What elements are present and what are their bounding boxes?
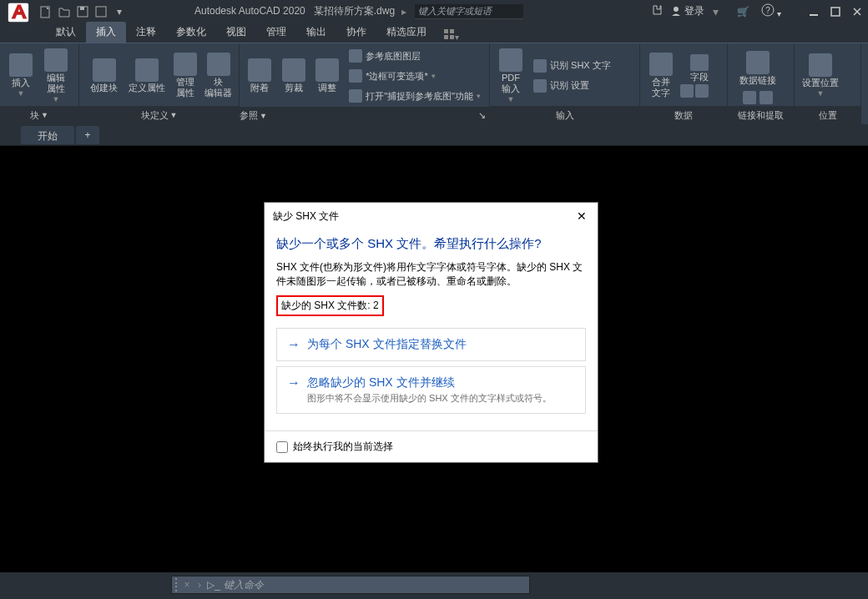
shx-missing-dialog: 缺少 SHX 文件 ✕ 缺少一个或多个 SHX 文件。希望执行什么操作? SHX… — [264, 202, 598, 463]
cmdline-history-icon[interactable]: › — [194, 579, 205, 591]
arrow-icon: → — [287, 375, 300, 405]
ole-button[interactable] — [695, 84, 709, 98]
cmdline-prompt-icon: ▷_ — [205, 579, 222, 591]
clip-button[interactable]: 剪裁 — [278, 48, 308, 104]
maximize-button[interactable] — [828, 4, 843, 19]
doc-tabs: 开始 + — [0, 124, 868, 145]
svg-rect-10 — [444, 29, 448, 33]
extract-icon[interactable] — [743, 91, 756, 104]
edit-attributes-button[interactable]: 编辑 属性▼ — [40, 48, 72, 104]
qat-saveas-icon[interactable] — [93, 3, 109, 20]
tab-manage[interactable]: 管理 — [256, 22, 296, 43]
snap-underlay-button[interactable]: 打开"捕捉到参考底图"功能 ▾ — [346, 87, 484, 105]
cmdline-close-icon[interactable]: × — [180, 579, 194, 591]
help-icon[interactable]: ? ▾ — [761, 3, 781, 19]
pdf-import-button[interactable]: PDF 输入▼ — [495, 48, 527, 104]
insert-block-button[interactable]: 插入▼ — [5, 48, 37, 104]
doctab-start[interactable]: 开始 — [21, 126, 74, 144]
adjust-button[interactable]: 调整 — [312, 48, 342, 104]
svg-text:?: ? — [765, 6, 770, 15]
status-bar: × › ▷_ — [0, 572, 868, 599]
qat-save-icon[interactable] — [74, 3, 91, 20]
panel-block[interactable]: 块 ▼ — [0, 106, 78, 124]
login-dropdown[interactable]: ▾ — [713, 5, 719, 18]
option-specify-replacement[interactable]: → 为每个 SHX 文件指定替换文件 — [276, 328, 586, 361]
qat-open-icon[interactable] — [56, 3, 73, 20]
app-logo[interactable] — [3, 0, 33, 23]
tab-insert[interactable]: 插入 — [86, 22, 126, 43]
minimize-button[interactable] — [806, 4, 821, 19]
close-button[interactable] — [850, 4, 865, 19]
drag-handle-icon[interactable] — [172, 576, 180, 593]
arrow-icon: → — [287, 337, 300, 352]
field-button[interactable]: 字段 — [680, 54, 719, 83]
update-field-button[interactable] — [680, 84, 694, 98]
doctab-new[interactable]: + — [76, 126, 99, 144]
ribbon-tabs: 默认 插入 注释 参数化 视图 管理 输出 协作 精选应用 ▾ — [0, 23, 868, 43]
data-link-button[interactable]: 数据链接 — [733, 48, 783, 89]
svg-rect-4 — [96, 7, 106, 17]
cart-icon[interactable]: 🛒 — [737, 6, 749, 18]
dialog-heading: 缺少一个或多个 SHX 文件。希望执行什么操作? — [276, 236, 586, 252]
command-input[interactable] — [222, 577, 529, 592]
app-title: Autodesk AutoCAD 2020 — [194, 5, 305, 17]
tab-launcher-icon[interactable]: ▾ — [443, 28, 459, 43]
set-location-button[interactable]: 设置位置▼ — [800, 48, 841, 104]
svg-rect-3 — [80, 7, 84, 10]
recognize-settings-button[interactable]: 识别 设置 — [530, 77, 614, 95]
tab-collaborate[interactable]: 协作 — [336, 22, 376, 43]
attach-button[interactable]: 附着 — [245, 48, 275, 104]
svg-rect-13 — [450, 35, 454, 39]
missing-count-highlight: 缺少的 SHX 文件数: 2 — [276, 295, 384, 316]
tab-default[interactable]: 默认 — [46, 22, 86, 43]
document-name: 某招待所方案.dwg — [314, 5, 395, 17]
dialog-close-button[interactable]: ✕ — [574, 209, 589, 224]
tab-featured[interactable]: 精选应用 — [376, 22, 437, 43]
autodesk-icon[interactable] — [651, 4, 663, 18]
panel-linkextract[interactable]: 链接和提取 — [728, 106, 794, 124]
option-ignore-continue[interactable]: → 忽略缺少的 SHX 文件并继续 图形中将不会显示使用缺少的 SHX 文件的文… — [276, 366, 586, 414]
download-icon[interactable] — [760, 91, 773, 104]
tab-annotate[interactable]: 注释 — [126, 22, 166, 43]
tab-parametric[interactable]: 参数化 — [166, 22, 216, 43]
panel-reference[interactable]: 参照 ▼ ↘ — [240, 107, 489, 124]
define-attr-button[interactable]: 定义属性 — [127, 48, 166, 104]
frames-vary-button[interactable]: *边框可变选项* ▾ — [346, 67, 484, 85]
panel-location[interactable]: 位置 — [795, 106, 860, 124]
always-label: 始终执行我的当前选择 — [293, 440, 393, 454]
create-block-button[interactable]: 创建块 — [84, 48, 124, 104]
dialog-title: 缺少 SHX 文件 — [273, 209, 339, 224]
panel-data[interactable]: 数据 — [640, 106, 727, 124]
merge-text-button[interactable]: 合并 文字 — [645, 48, 677, 104]
svg-rect-12 — [444, 35, 448, 39]
underlay-layers-button[interactable]: 参考底图图层 — [346, 47, 484, 65]
qat-new-icon[interactable] — [38, 3, 54, 20]
recognize-shx-button[interactable]: 识别 SHX 文字 — [530, 57, 614, 75]
svg-rect-11 — [450, 29, 454, 33]
ribbon: 插入▼ 编辑 属性▼ 块 ▼ 创建块 定义属性 管理 属性 块 编辑器 块定义 … — [0, 43, 868, 124]
block-editor-button[interactable]: 块 编辑器 — [204, 48, 234, 104]
search-input[interactable] — [415, 4, 523, 19]
always-checkbox[interactable] — [276, 441, 288, 453]
svg-rect-9 — [831, 8, 840, 16]
panel-blockdef[interactable]: 块定义 ▼ — [79, 106, 239, 124]
command-line[interactable]: × › ▷_ — [171, 576, 530, 594]
manage-attr-button[interactable]: 管理 属性 — [170, 48, 200, 104]
svg-point-5 — [674, 7, 679, 12]
tab-view[interactable]: 视图 — [216, 22, 256, 43]
chevron-down-icon[interactable]: ▾ — [111, 3, 128, 20]
signin-button[interactable]: 登录 — [671, 4, 704, 18]
dialog-body-text: SHX 文件(也称为形文件)将用作文字字体或符号字体。缺少的 SHX 文件未随图… — [276, 260, 586, 289]
panel-import[interactable]: 输入 — [490, 106, 639, 124]
tab-output[interactable]: 输出 — [296, 22, 336, 43]
